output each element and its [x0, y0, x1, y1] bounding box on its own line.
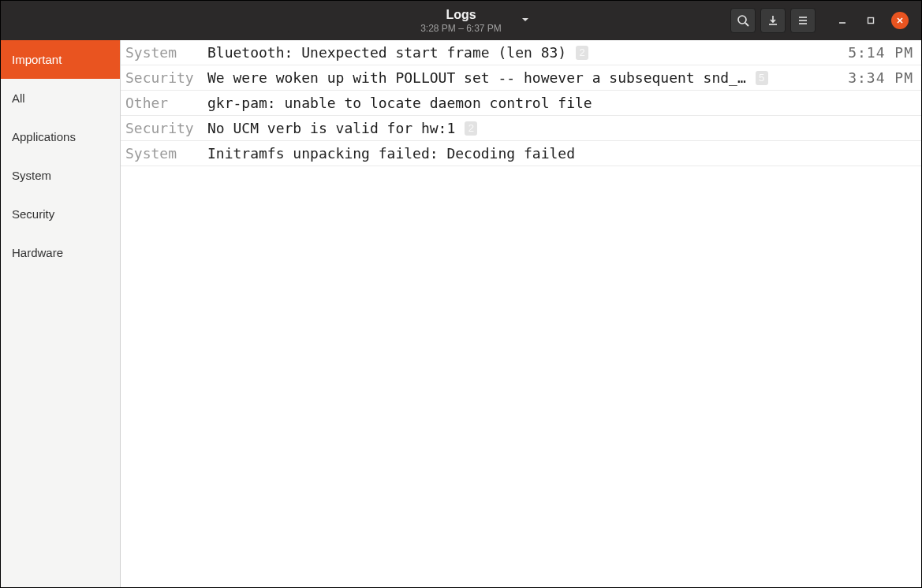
- search-icon: [737, 14, 749, 27]
- sidebar-item-important[interactable]: Important: [1, 40, 120, 79]
- sidebar-item-security[interactable]: Security: [1, 195, 120, 233]
- titlebar-right: [730, 8, 915, 33]
- log-category: Security: [125, 120, 201, 136]
- log-category: System: [125, 44, 201, 61]
- app-title: Logs: [446, 8, 476, 22]
- count-badge: 5: [756, 71, 768, 85]
- log-message: Initramfs unpacking failed: Decoding fai…: [207, 145, 575, 162]
- chevron-down-icon: [521, 15, 530, 24]
- search-button[interactable]: [730, 8, 756, 33]
- body-area: ImportantAllApplicationsSystemSecurityHa…: [1, 40, 921, 587]
- hamburger-icon: [797, 14, 809, 27]
- sidebar-item-all[interactable]: All: [1, 79, 120, 117]
- log-message: No UCM verb is valid for hw:1: [207, 120, 455, 136]
- export-button[interactable]: [760, 8, 786, 33]
- minimize-button[interactable]: [834, 13, 850, 28]
- log-row[interactable]: Othergkr-pam: unable to locate daemon co…: [121, 91, 921, 116]
- sidebar-item-label: Important: [12, 53, 62, 66]
- maximize-icon: [866, 16, 875, 25]
- log-category: Other: [125, 95, 201, 111]
- sidebar-item-hardware[interactable]: Hardware: [1, 233, 120, 272]
- sidebar-item-label: Applications: [12, 130, 76, 143]
- menu-button[interactable]: [790, 8, 816, 33]
- app-window: Logs 3:28 PM – 6:37 PM: [0, 0, 922, 588]
- close-button[interactable]: [891, 12, 909, 29]
- time-range-subtitle: 3:28 PM – 6:37 PM: [420, 23, 502, 34]
- sidebar-item-label: All: [12, 91, 25, 105]
- log-message: gkr-pam: unable to locate daemon control…: [207, 95, 592, 111]
- svg-point-0: [738, 16, 746, 24]
- count-badge: 2: [465, 121, 477, 136]
- log-row[interactable]: SystemBluetooth: Unexpected start frame …: [121, 40, 921, 65]
- count-badge: 2: [576, 46, 588, 60]
- window-controls: [834, 12, 909, 29]
- titlebar-title-group: Logs 3:28 PM – 6:37 PM: [420, 8, 502, 34]
- log-row[interactable]: SecurityWe were woken up with POLLOUT se…: [121, 65, 921, 91]
- maximize-button[interactable]: [863, 13, 879, 28]
- sidebar-item-label: Hardware: [12, 246, 63, 259]
- sidebar-item-label: System: [12, 169, 51, 182]
- close-icon: [896, 17, 904, 24]
- sidebar-item-applications[interactable]: Applications: [1, 117, 120, 156]
- sidebar-item-system[interactable]: System: [1, 156, 120, 195]
- log-row[interactable]: SecurityNo UCM verb is valid for hw:12: [121, 116, 921, 141]
- log-message: We were woken up with POLLOUT set -- how…: [207, 69, 746, 86]
- log-category: System: [125, 145, 201, 162]
- log-time: 3:34 PM: [848, 69, 913, 86]
- dropdown-toggle[interactable]: [521, 13, 530, 28]
- sidebar: ImportantAllApplicationsSystemSecurityHa…: [1, 40, 121, 587]
- log-time: 5:14 PM: [848, 44, 913, 61]
- minimize-icon: [838, 16, 847, 25]
- titlebar: Logs 3:28 PM – 6:37 PM: [1, 1, 921, 40]
- log-category: Security: [125, 69, 201, 86]
- log-message: Bluetooth: Unexpected start frame (len 8…: [207, 44, 566, 61]
- log-list[interactable]: SystemBluetooth: Unexpected start frame …: [121, 40, 921, 587]
- svg-line-1: [745, 23, 748, 26]
- download-icon: [767, 14, 779, 27]
- log-row[interactable]: SystemInitramfs unpacking failed: Decodi…: [121, 141, 921, 166]
- svg-rect-7: [868, 18, 874, 24]
- sidebar-item-label: Security: [12, 207, 54, 221]
